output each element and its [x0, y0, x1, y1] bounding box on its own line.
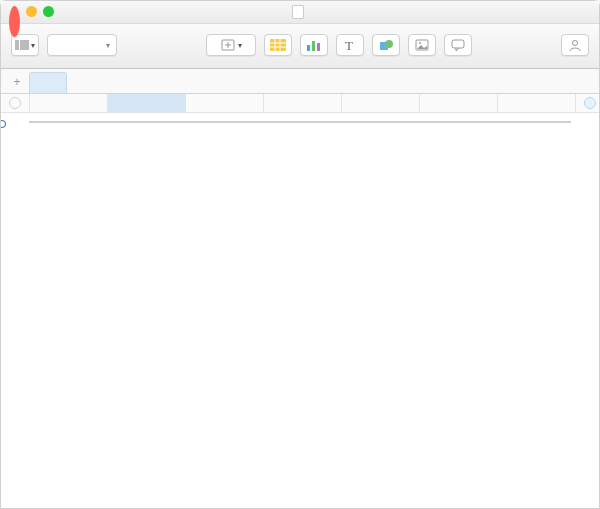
svg-rect-18	[452, 40, 464, 48]
circle-icon	[9, 97, 21, 109]
app-window: ▾ ▾ ▾	[0, 0, 600, 509]
traffic-lights	[9, 6, 54, 38]
svg-text:T: T	[345, 39, 353, 51]
svg-rect-5	[270, 39, 286, 51]
col-header-E[interactable]	[342, 94, 420, 112]
titlebar	[1, 1, 599, 24]
chart-button[interactable]	[300, 34, 328, 56]
comment-button[interactable]	[444, 34, 472, 56]
svg-point-17	[419, 42, 421, 44]
sheet-tab-1[interactable]	[29, 72, 67, 93]
svg-point-15	[385, 40, 393, 48]
insert-button[interactable]: ▾	[206, 34, 256, 56]
table-button[interactable]	[264, 34, 292, 56]
col-header-B[interactable]	[108, 94, 186, 112]
column-add-handle[interactable]	[581, 94, 599, 112]
sheet-tabbar: +	[1, 69, 599, 94]
svg-rect-10	[307, 45, 310, 51]
col-header-A[interactable]	[30, 94, 108, 112]
canvas[interactable]	[1, 112, 599, 508]
collaborate-button[interactable]	[561, 34, 589, 56]
spreadsheet-grid	[29, 121, 571, 123]
svg-rect-0	[15, 40, 19, 50]
shape-button[interactable]	[372, 34, 400, 56]
svg-rect-11	[312, 41, 315, 51]
text-button[interactable]: T	[336, 34, 364, 56]
toolbar: ▾ ▾ ▾	[1, 24, 599, 69]
svg-point-19	[573, 41, 578, 46]
add-sheet-button[interactable]: +	[5, 71, 29, 93]
col-header-D[interactable]	[264, 94, 342, 112]
fullscreen-window-icon[interactable]	[43, 6, 54, 17]
svg-rect-1	[20, 40, 29, 50]
selection-handle-icon[interactable]	[1, 120, 6, 128]
document-icon	[292, 5, 304, 19]
sheet-area	[1, 94, 599, 508]
column-header-row	[1, 94, 599, 113]
svg-rect-12	[317, 43, 320, 51]
media-button[interactable]	[408, 34, 436, 56]
col-header-G[interactable]	[498, 94, 576, 112]
selection-handle-icon[interactable]	[1, 120, 6, 128]
close-window-icon[interactable]	[9, 6, 20, 38]
col-header-F[interactable]	[420, 94, 498, 112]
selection-outline	[1, 123, 3, 125]
circle-icon	[584, 97, 596, 109]
col-header-C[interactable]	[186, 94, 264, 112]
zoom-dropdown[interactable]: ▾	[47, 34, 117, 56]
minimize-window-icon[interactable]	[26, 6, 37, 17]
select-all-corner[interactable]	[1, 94, 30, 112]
